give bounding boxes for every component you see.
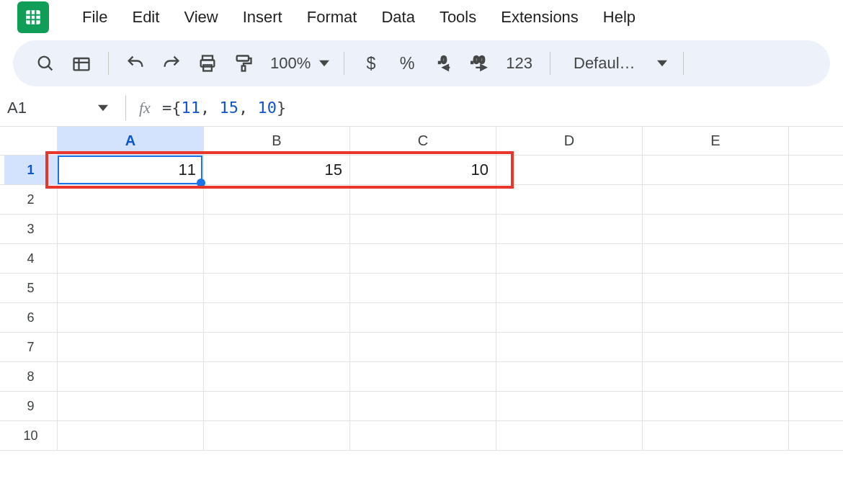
column-header-B[interactable]: B <box>204 127 350 155</box>
cell[interactable] <box>58 303 204 333</box>
row-header-7[interactable]: 7 <box>4 333 58 362</box>
cell[interactable] <box>643 333 789 362</box>
menu-help[interactable]: Help <box>593 5 646 30</box>
paint-format-button[interactable] <box>227 47 260 80</box>
row-header-1[interactable]: 1 <box>4 156 58 185</box>
row-header-8[interactable]: 8 <box>4 362 58 392</box>
cell[interactable] <box>789 303 843 333</box>
column-header-D[interactable]: D <box>496 127 643 155</box>
cell[interactable] <box>789 215 843 244</box>
cell[interactable] <box>496 333 643 362</box>
cell[interactable] <box>204 392 350 421</box>
menu-data[interactable]: Data <box>371 5 424 30</box>
cell[interactable] <box>643 215 789 244</box>
row-header-3[interactable]: 3 <box>4 215 58 244</box>
cell[interactable] <box>789 156 843 185</box>
row-header-9[interactable]: 9 <box>4 392 58 421</box>
cell[interactable] <box>58 274 204 303</box>
cell[interactable] <box>204 333 350 362</box>
cell[interactable] <box>204 244 350 274</box>
cell[interactable] <box>496 274 643 303</box>
cell[interactable] <box>350 215 496 244</box>
row-header-2[interactable]: 2 <box>4 185 58 215</box>
sheets-logo[interactable] <box>17 1 49 33</box>
row-header-6[interactable]: 6 <box>4 303 58 333</box>
row-header-5[interactable]: 5 <box>4 274 58 303</box>
cell[interactable] <box>643 244 789 274</box>
cell[interactable] <box>350 274 496 303</box>
cell[interactable] <box>58 333 204 362</box>
column-header-extra[interactable] <box>789 127 843 155</box>
menu-tools[interactable]: Tools <box>429 5 486 30</box>
cell[interactable] <box>496 215 643 244</box>
menu-format[interactable]: Format <box>297 5 367 30</box>
cell[interactable] <box>204 421 350 451</box>
cell[interactable] <box>789 362 843 392</box>
cell[interactable] <box>350 333 496 362</box>
cell-E1[interactable] <box>643 156 789 185</box>
cell-C1[interactable]: 10 <box>350 156 496 185</box>
cell[interactable] <box>643 303 789 333</box>
column-header-A[interactable]: A <box>58 127 204 155</box>
cell-A1[interactable]: 11 <box>58 156 204 185</box>
cell[interactable] <box>643 392 789 421</box>
cell[interactable] <box>496 303 643 333</box>
cell[interactable] <box>789 392 843 421</box>
more-formats-button[interactable]: 123 <box>499 54 540 73</box>
cell[interactable] <box>58 185 204 215</box>
cell[interactable] <box>496 244 643 274</box>
select-all-corner[interactable] <box>4 127 58 155</box>
cell[interactable] <box>789 274 843 303</box>
column-header-C[interactable]: C <box>350 127 496 155</box>
undo-button[interactable] <box>119 47 152 80</box>
cell[interactable] <box>204 274 350 303</box>
cell[interactable] <box>58 244 204 274</box>
row-header-4[interactable]: 4 <box>4 244 58 274</box>
row-header-10[interactable]: 10 <box>4 421 58 451</box>
font-family-dropdown[interactable]: Defaul… <box>561 54 673 73</box>
cell-B1[interactable]: 15 <box>204 156 350 185</box>
cell[interactable] <box>350 421 496 451</box>
cell[interactable] <box>204 303 350 333</box>
cell[interactable] <box>643 362 789 392</box>
filter-views-button[interactable] <box>65 47 98 80</box>
cell[interactable] <box>496 421 643 451</box>
menu-edit[interactable]: Edit <box>122 5 169 30</box>
cell[interactable] <box>496 185 643 215</box>
decrease-decimal-button[interactable]: .0 <box>427 47 460 80</box>
cell[interactable] <box>350 185 496 215</box>
increase-decimal-button[interactable]: .00 <box>463 47 496 80</box>
print-button[interactable] <box>191 47 224 80</box>
zoom-dropdown[interactable]: 100% <box>263 54 334 73</box>
cell[interactable] <box>58 392 204 421</box>
cell[interactable] <box>204 185 350 215</box>
cell[interactable] <box>643 185 789 215</box>
cell[interactable] <box>350 303 496 333</box>
cell[interactable] <box>350 244 496 274</box>
cell[interactable] <box>789 421 843 451</box>
formula-bar[interactable]: ={11, 15, 10} <box>162 99 286 117</box>
cell[interactable] <box>204 215 350 244</box>
cell[interactable] <box>58 421 204 451</box>
cell[interactable] <box>496 392 643 421</box>
cell[interactable] <box>789 333 843 362</box>
cell[interactable] <box>350 392 496 421</box>
cell[interactable] <box>204 362 350 392</box>
currency-button[interactable]: $ <box>354 47 388 80</box>
menu-file[interactable]: File <box>72 5 117 30</box>
cell[interactable] <box>496 362 643 392</box>
redo-button[interactable] <box>155 47 188 80</box>
column-header-E[interactable]: E <box>643 127 789 155</box>
menu-insert[interactable]: Insert <box>233 5 293 30</box>
cell[interactable] <box>643 421 789 451</box>
cell[interactable] <box>643 274 789 303</box>
menu-view[interactable]: View <box>174 5 228 30</box>
cell[interactable] <box>58 215 204 244</box>
percent-button[interactable]: % <box>391 47 424 80</box>
search-menus-button[interactable] <box>29 47 62 80</box>
cell[interactable] <box>58 362 204 392</box>
menu-extensions[interactable]: Extensions <box>491 5 589 30</box>
name-box[interactable]: A1 <box>6 99 121 117</box>
spreadsheet-grid[interactable]: A B C D E 1111510 2 3 4 5 6 7 8 9 10 <box>0 127 843 451</box>
cell-D1[interactable] <box>496 156 643 185</box>
